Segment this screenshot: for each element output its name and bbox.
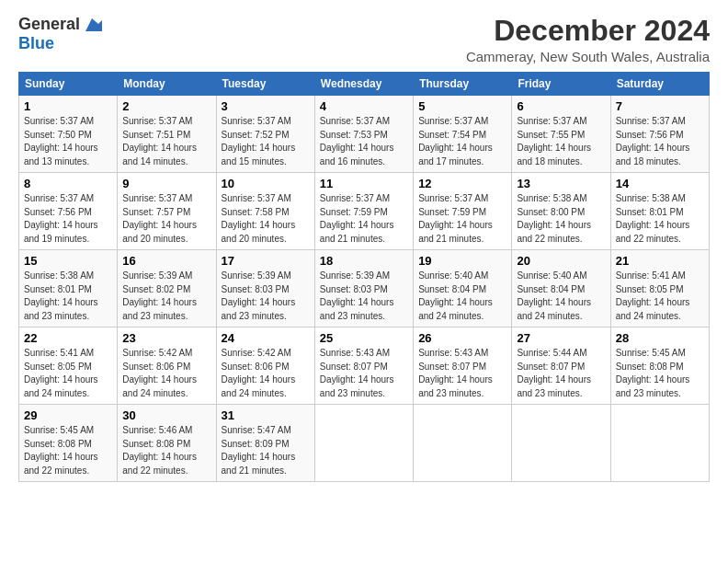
day-number: 17 <box>222 254 310 268</box>
day-info: Sunrise: 5:43 AM Sunset: 8:07 PM Dayligh… <box>418 348 493 398</box>
calendar-cell: 29Sunrise: 5:45 AM Sunset: 8:08 PM Dayli… <box>19 405 118 482</box>
day-info: Sunrise: 5:39 AM Sunset: 8:02 PM Dayligh… <box>122 270 197 321</box>
day-info: Sunrise: 5:46 AM Sunset: 8:08 PM Dayligh… <box>122 425 197 476</box>
day-number: 25 <box>320 331 408 345</box>
day-info: Sunrise: 5:43 AM Sunset: 8:07 PM Dayligh… <box>320 348 394 398</box>
day-number: 10 <box>222 177 310 190</box>
week-row-3: 15Sunrise: 5:38 AM Sunset: 8:01 PM Dayli… <box>19 250 710 327</box>
svg-marker-0 <box>85 18 102 31</box>
day-info: Sunrise: 5:47 AM Sunset: 8:09 PM Dayligh… <box>222 425 296 476</box>
day-number: 28 <box>616 331 704 345</box>
day-info: Sunrise: 5:37 AM Sunset: 7:57 PM Dayligh… <box>122 193 197 244</box>
day-number: 3 <box>222 99 310 113</box>
calendar-cell: 30Sunrise: 5:46 AM Sunset: 8:08 PM Dayli… <box>118 405 216 482</box>
calendar-cell: 13Sunrise: 5:38 AM Sunset: 8:00 PM Dayli… <box>512 173 610 250</box>
day-number: 19 <box>418 254 506 268</box>
calendar-cell: 12Sunrise: 5:37 AM Sunset: 7:59 PM Dayli… <box>414 173 512 250</box>
header-row: SundayMondayTuesdayWednesdayThursdayFrid… <box>19 73 710 96</box>
day-number: 14 <box>616 177 704 190</box>
day-info: Sunrise: 5:37 AM Sunset: 7:54 PM Dayligh… <box>418 116 493 167</box>
day-info: Sunrise: 5:41 AM Sunset: 8:05 PM Dayligh… <box>24 348 98 398</box>
calendar-cell: 22Sunrise: 5:41 AM Sunset: 8:05 PM Dayli… <box>19 327 118 405</box>
calendar-cell: 7Sunrise: 5:37 AM Sunset: 7:56 PM Daylig… <box>610 96 709 173</box>
calendar-cell: 5Sunrise: 5:37 AM Sunset: 7:54 PM Daylig… <box>414 96 512 173</box>
day-number: 26 <box>418 331 506 345</box>
header-day-wednesday: Wednesday <box>314 73 413 96</box>
calendar-cell <box>314 405 413 482</box>
day-number: 29 <box>24 408 112 422</box>
day-number: 6 <box>517 99 605 113</box>
calendar-cell: 8Sunrise: 5:37 AM Sunset: 7:56 PM Daylig… <box>19 173 118 250</box>
main-title: December 2024 <box>466 15 710 47</box>
day-number: 31 <box>222 408 310 422</box>
calendar-cell: 31Sunrise: 5:47 AM Sunset: 8:09 PM Dayli… <box>216 405 314 482</box>
calendar-cell: 26Sunrise: 5:43 AM Sunset: 8:07 PM Dayli… <box>414 327 512 405</box>
calendar-cell <box>610 405 709 482</box>
calendar-cell: 16Sunrise: 5:39 AM Sunset: 8:02 PM Dayli… <box>118 250 216 327</box>
day-number: 4 <box>320 99 408 113</box>
day-number: 21 <box>616 254 704 268</box>
calendar-cell: 18Sunrise: 5:39 AM Sunset: 8:03 PM Dayli… <box>314 250 413 327</box>
calendar-cell: 19Sunrise: 5:40 AM Sunset: 8:04 PM Dayli… <box>414 250 512 327</box>
calendar-cell: 3Sunrise: 5:37 AM Sunset: 7:52 PM Daylig… <box>216 96 314 173</box>
day-number: 24 <box>222 331 310 345</box>
calendar-cell: 1Sunrise: 5:37 AM Sunset: 7:50 PM Daylig… <box>19 96 118 173</box>
calendar-cell <box>414 405 512 482</box>
day-number: 27 <box>517 331 605 345</box>
calendar-cell: 2Sunrise: 5:37 AM Sunset: 7:51 PM Daylig… <box>118 96 216 173</box>
day-info: Sunrise: 5:40 AM Sunset: 8:04 PM Dayligh… <box>517 270 591 321</box>
calendar-cell: 17Sunrise: 5:39 AM Sunset: 8:03 PM Dayli… <box>216 250 314 327</box>
calendar-cell: 21Sunrise: 5:41 AM Sunset: 8:05 PM Dayli… <box>610 250 709 327</box>
day-info: Sunrise: 5:38 AM Sunset: 8:00 PM Dayligh… <box>517 193 591 244</box>
day-info: Sunrise: 5:37 AM Sunset: 7:55 PM Dayligh… <box>517 116 591 167</box>
day-number: 11 <box>320 177 408 190</box>
week-row-5: 29Sunrise: 5:45 AM Sunset: 8:08 PM Dayli… <box>19 405 710 482</box>
day-number: 30 <box>122 408 210 422</box>
day-number: 20 <box>517 254 605 268</box>
day-info: Sunrise: 5:42 AM Sunset: 8:06 PM Dayligh… <box>122 348 197 398</box>
calendar-cell: 24Sunrise: 5:42 AM Sunset: 8:06 PM Dayli… <box>216 327 314 405</box>
day-info: Sunrise: 5:44 AM Sunset: 8:07 PM Dayligh… <box>517 348 591 398</box>
logo-icon <box>82 15 102 35</box>
day-info: Sunrise: 5:37 AM Sunset: 7:59 PM Dayligh… <box>418 193 493 244</box>
day-info: Sunrise: 5:37 AM Sunset: 7:53 PM Dayligh… <box>320 116 394 167</box>
day-info: Sunrise: 5:39 AM Sunset: 8:03 PM Dayligh… <box>320 270 394 321</box>
calendar-cell: 11Sunrise: 5:37 AM Sunset: 7:59 PM Dayli… <box>314 173 413 250</box>
day-info: Sunrise: 5:45 AM Sunset: 8:08 PM Dayligh… <box>616 348 690 398</box>
day-number: 12 <box>418 177 506 190</box>
day-number: 2 <box>122 99 210 113</box>
day-info: Sunrise: 5:41 AM Sunset: 8:05 PM Dayligh… <box>616 270 690 321</box>
subtitle: Cammeray, New South Wales, Australia <box>466 49 710 64</box>
logo: General Blue <box>18 15 102 53</box>
calendar-cell: 28Sunrise: 5:45 AM Sunset: 8:08 PM Dayli… <box>610 327 709 405</box>
day-number: 1 <box>24 99 112 113</box>
calendar-cell: 15Sunrise: 5:38 AM Sunset: 8:01 PM Dayli… <box>19 250 118 327</box>
logo-blue: Blue <box>18 35 54 53</box>
calendar-cell: 23Sunrise: 5:42 AM Sunset: 8:06 PM Dayli… <box>118 327 216 405</box>
day-number: 18 <box>320 254 408 268</box>
header-day-thursday: Thursday <box>414 73 512 96</box>
day-info: Sunrise: 5:37 AM Sunset: 7:56 PM Dayligh… <box>616 116 690 167</box>
header-day-saturday: Saturday <box>610 73 709 96</box>
calendar-table: SundayMondayTuesdayWednesdayThursdayFrid… <box>18 72 710 482</box>
day-info: Sunrise: 5:40 AM Sunset: 8:04 PM Dayligh… <box>418 270 493 321</box>
day-info: Sunrise: 5:37 AM Sunset: 7:59 PM Dayligh… <box>320 193 394 244</box>
calendar-cell: 9Sunrise: 5:37 AM Sunset: 7:57 PM Daylig… <box>118 173 216 250</box>
calendar-cell: 4Sunrise: 5:37 AM Sunset: 7:53 PM Daylig… <box>314 96 413 173</box>
day-info: Sunrise: 5:39 AM Sunset: 8:03 PM Dayligh… <box>222 270 296 321</box>
calendar-cell: 20Sunrise: 5:40 AM Sunset: 8:04 PM Dayli… <box>512 250 610 327</box>
calendar-cell: 10Sunrise: 5:37 AM Sunset: 7:58 PM Dayli… <box>216 173 314 250</box>
day-info: Sunrise: 5:38 AM Sunset: 8:01 PM Dayligh… <box>24 270 98 321</box>
day-info: Sunrise: 5:42 AM Sunset: 8:06 PM Dayligh… <box>222 348 296 398</box>
page: General Blue December 2024 Cammeray, New… <box>0 0 728 491</box>
week-row-1: 1Sunrise: 5:37 AM Sunset: 7:50 PM Daylig… <box>19 96 710 173</box>
day-number: 9 <box>122 177 210 190</box>
week-row-2: 8Sunrise: 5:37 AM Sunset: 7:56 PM Daylig… <box>19 173 710 250</box>
day-info: Sunrise: 5:37 AM Sunset: 7:52 PM Dayligh… <box>222 116 296 167</box>
header: General Blue December 2024 Cammeray, New… <box>18 15 710 64</box>
day-number: 16 <box>122 254 210 268</box>
header-day-tuesday: Tuesday <box>216 73 314 96</box>
day-info: Sunrise: 5:37 AM Sunset: 7:58 PM Dayligh… <box>222 193 296 244</box>
logo-general: General <box>18 16 80 34</box>
day-number: 5 <box>418 99 506 113</box>
